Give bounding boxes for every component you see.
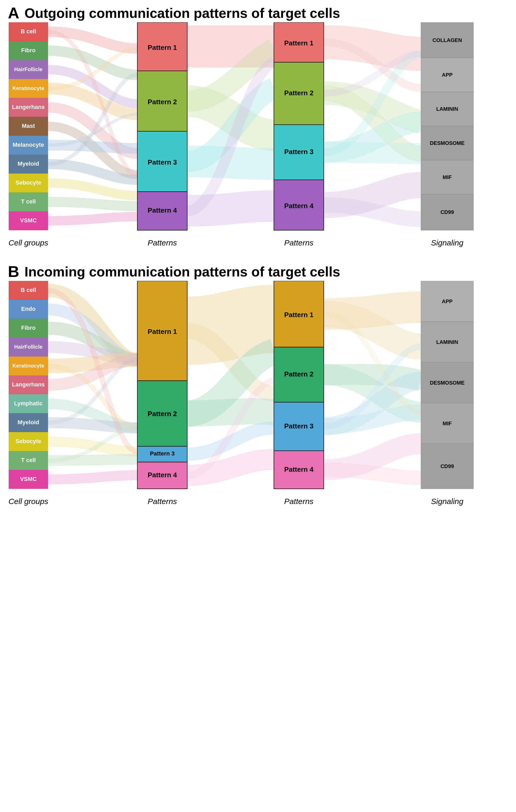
pattern-right-4-label-a: Pattern 4 [284,202,314,210]
signal-collagen-label-a: COLLAGEN [432,37,462,43]
panel-a-svg: B cell Fibro HairFollicle Keratinocyte L… [9,22,508,253]
cell-sebocyte-label-b: Sebocyte [16,438,41,444]
pattern-left-3-label-b: Pattern 3 [150,450,174,457]
cell-lymphatic-label-b: Lymphatic [14,400,42,407]
cell-hairfollicle-label-a: HairFollicle [14,66,42,72]
axis-signaling-a: Signaling [431,238,463,247]
signal-app-label-a: APP [442,72,453,78]
pattern-right-3-label-b: Pattern 3 [284,422,313,430]
panel-a: A Outgoing communication patterns of tar… [8,5,508,253]
panel-a-header: A Outgoing communication patterns of tar… [8,5,508,21]
cell-langerhans-label-a: Langerhans [12,104,45,110]
cell-sebocyte-label-a: Sebocyte [16,179,41,186]
cell-myeloid-label-b: Myeloid [18,419,39,426]
signal-cd99-label-a: CD99 [440,209,454,215]
pattern-right-2-label-b: Pattern 2 [284,370,313,378]
axis-cellgroups-b: Cell groups [9,497,48,505]
axis-cellgroups-a: Cell groups [9,238,48,247]
axis-patterns-left-a: Patterns [148,238,177,247]
panel-b-title: Incoming communication patterns of targe… [24,264,340,280]
signal-desmosome-label-b: DESMOSOME [430,380,464,386]
cell-hairfollicle-label-b: HairFollicle [14,344,42,350]
sankey-flows-a-left [48,32,137,221]
signal-laminin-label-b: LAMININ [436,339,458,345]
cell-fibro-label-a: Fibro [21,47,35,54]
pattern-right-2-label-a: Pattern 2 [284,89,313,97]
cell-mast-label-a: Mast [22,123,35,129]
cell-bcell-label-a: B cell [21,28,36,35]
panel-b: B Incoming communication patterns of tar… [8,264,508,512]
cell-bcell-label-b: B cell [21,287,36,293]
pattern-left-1-label-b: Pattern 1 [148,328,177,336]
cell-endo-label-b: Endo [21,306,35,312]
pattern-left-3-label-a: Pattern 3 [148,158,177,166]
sankey-flows-b-right [324,307,421,478]
sankey-flows-a-middle [187,47,274,211]
figure: A Outgoing communication patterns of tar… [0,0,516,528]
panel-b-label: B [8,264,19,280]
cell-fibro-label-b: Fibro [21,324,35,331]
axis-patterns-right-a: Patterns [284,238,314,247]
axis-patterns-left-b: Patterns [148,497,177,505]
cell-tcell-label-b: T cell [21,457,35,463]
pattern-right-4-label-b: Pattern 4 [284,465,314,473]
signal-app-label-b: APP [442,298,453,304]
pattern-right-3-label-a: Pattern 3 [284,148,313,156]
pattern-right-1-label-b: Pattern 1 [284,311,313,319]
panel-b-svg: B cell Endo Fibro HairFollicle Keratinoc… [9,281,508,512]
pattern-left-2-label-b: Pattern 2 [148,410,177,418]
panel-a-label: A [8,5,19,21]
signal-cd99-label-b: CD99 [440,463,454,469]
pattern-right-1-label-a: Pattern 1 [284,39,313,47]
cell-langerhans-label-b: Langerhans [12,381,45,388]
pattern-left-2-label-a: Pattern 2 [148,98,177,106]
axis-signaling-b: Signaling [431,497,463,505]
pattern-left-1-label-a: Pattern 1 [148,44,177,52]
sankey-flows-a-right [324,42,421,219]
signal-mif-label-b: MIF [442,420,451,426]
pattern-left-4-label-a: Pattern 4 [148,206,177,214]
sankey-flows-b-left [48,290,137,480]
cell-keratinocyte-label-b: Keratinocyte [12,363,44,369]
cell-keratinocyte-label-a: Keratinocyte [12,85,44,91]
signal-mif-label-a: MIF [442,174,451,180]
sankey-flows-b-middle [187,319,274,475]
panel-a-title: Outgoing communication patterns of targe… [24,5,340,21]
cell-vsmc-label-b: VSMC [20,476,37,482]
cell-vsmc-label-a: VSMC [20,217,37,224]
signal-laminin-label-a: LAMININ [436,106,458,112]
signal-desmosome-label-a: DESMOSOME [430,140,464,146]
cell-myeloid-label-a: Myeloid [18,161,39,167]
pattern-left-4-label-b: Pattern 4 [148,471,177,479]
cell-melanocyte-label-a: Melanocyte [12,142,44,148]
axis-patterns-right-b: Patterns [284,497,314,505]
panel-b-header: B Incoming communication patterns of tar… [8,264,508,280]
cell-tcell-label-a: T cell [21,198,35,205]
